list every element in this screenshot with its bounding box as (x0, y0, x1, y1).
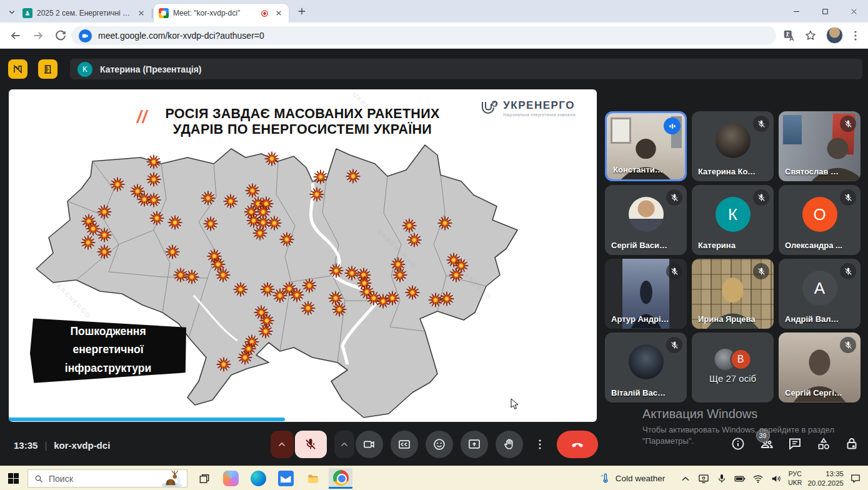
window-controls (782, 0, 868, 22)
meet-app: K Катерина (Презентація) (0, 49, 868, 466)
tab-close-icon[interactable] (136, 8, 146, 18)
hidden-icons-chevron[interactable] (679, 472, 692, 485)
reactions-button[interactable] (426, 431, 453, 458)
letter-avatar: К (716, 197, 751, 232)
weather-widget[interactable]: Cold weather (599, 472, 666, 485)
participant-name: Віталій Васил... (611, 388, 669, 398)
back-button[interactable] (9, 29, 22, 42)
participant-tile[interactable]: Святослав Се... (779, 111, 861, 181)
start-button[interactable] (8, 473, 19, 484)
chrome-icon-active[interactable] (329, 468, 352, 489)
camera-button[interactable] (356, 431, 383, 458)
meeting-code: kor-xvdp-dci (54, 440, 110, 451)
reload-button[interactable] (54, 29, 67, 42)
browser-menu-icon[interactable] (849, 29, 862, 42)
mic-muted-icon (753, 116, 769, 132)
slide-progress-bar (9, 418, 285, 421)
mic-options-chevron-button[interactable] (271, 431, 294, 458)
brand-name: УКРЕНЕРГО (503, 99, 576, 112)
mic-muted-icon (840, 116, 856, 132)
presenter-banner[interactable]: K Катерина (Презентація) (70, 59, 862, 79)
mic-muted-button[interactable] (295, 431, 327, 458)
meeting-clock: 13:35 (14, 440, 37, 451)
profile-avatar[interactable] (826, 27, 843, 44)
captions-button[interactable] (391, 431, 418, 458)
battery-icon[interactable] (734, 472, 746, 485)
participant-tile[interactable]: ККатерина (692, 185, 774, 255)
mic-muted-icon (840, 189, 856, 206)
taskbar-clock[interactable]: 13:3520.02.2025 (807, 469, 844, 488)
participant-name: Олександра ... (785, 241, 843, 250)
thermometer-icon (599, 472, 612, 485)
volume-icon[interactable] (770, 472, 782, 485)
participant-tile[interactable]: Артур Андрій... (605, 259, 687, 329)
more-options-button[interactable] (531, 431, 549, 458)
forward-button[interactable] (31, 29, 45, 42)
action-center-icon[interactable] (849, 472, 862, 485)
tab-meet[interactable]: Meet: "kor-xvdp-dci" (154, 4, 289, 22)
raise-hand-button[interactable] (496, 431, 523, 458)
photo-avatar (716, 123, 751, 158)
maximize-button[interactable] (811, 0, 839, 22)
end-call-button[interactable] (557, 431, 598, 458)
mic-muted-icon (666, 337, 682, 353)
microphone-tray-icon[interactable] (716, 472, 728, 485)
taskbar-search-input[interactable]: Поиск (27, 469, 187, 488)
address-bar[interactable]: meet.google.com/kor-xvdp-dci?authuser=0 (71, 26, 776, 45)
mic-muted-icon (753, 263, 769, 279)
wifi-icon[interactable] (752, 472, 764, 485)
new-tab-button[interactable] (296, 6, 307, 17)
participant-name: Сергій Василь... (611, 241, 669, 250)
participant-name: Сергій Сергій... (785, 388, 843, 398)
tab-classroom[interactable]: 2025 2 сем. Енергетичні систе (17, 4, 151, 22)
participant-tile[interactable]: ООлександра ... (779, 185, 861, 255)
overflow-avatars: В (714, 349, 751, 370)
file-explorer-icon[interactable] (302, 470, 324, 487)
meet-now-icon[interactable] (697, 472, 710, 485)
language-indicator[interactable]: РУСUKR (788, 470, 802, 486)
photo-avatar (629, 197, 664, 232)
speaking-indicator-icon (664, 118, 681, 134)
classroom-favicon-icon (22, 8, 32, 18)
participant-name: Катерина Кот... (698, 167, 756, 176)
translate-icon[interactable] (782, 29, 796, 42)
brand-subtitle: Національна енергетична компанія (503, 112, 576, 117)
door-button[interactable] (38, 59, 57, 79)
slide-title: РОСІЯ ЗАВДАЄ МАСОВАНИХ РАКЕТНИХ УДАРІВ П… (127, 106, 477, 138)
copilot-icon[interactable] (220, 470, 241, 487)
bookmark-star-icon[interactable] (804, 29, 817, 42)
camera-in-use-icon (79, 29, 92, 42)
participant-tile[interactable]: Сергій Василь... (605, 185, 687, 255)
close-button[interactable] (839, 0, 868, 22)
task-view-button[interactable] (194, 470, 215, 487)
url-text: meet.google.com/kor-xvdp-dci?authuser=0 (98, 31, 264, 41)
tab-search-chevron-icon[interactable] (6, 6, 17, 18)
participant-tile[interactable]: Константин З... (605, 111, 687, 181)
participant-tile[interactable]: Віталій Васил... (605, 332, 687, 402)
participant-name: Ирина Ярцева (698, 314, 756, 324)
present-screen-button[interactable] (461, 431, 488, 458)
participant-tile[interactable]: Ирина Ярцева (692, 259, 774, 329)
buildings-off-button[interactable] (8, 59, 27, 79)
participant-name: Катерина (698, 241, 756, 250)
tab-strip: 2025 2 сем. Енергетичні систе Meet: "kor… (0, 0, 868, 22)
tab-title: 2025 2 сем. Енергетичні систе (37, 9, 132, 18)
participants-grid: Константин З...Катерина Кот...Святослав … (605, 111, 861, 402)
camera-options-chevron-button[interactable] (334, 431, 354, 458)
participant-name: Артур Андрій... (611, 314, 669, 324)
participant-tile[interactable]: ВЩе 27 осіб (692, 332, 774, 402)
participant-tile[interactable]: Катерина Кот... (692, 111, 774, 181)
meet-favicon-icon (159, 8, 169, 18)
participant-tile[interactable]: AАндрій Валері... (779, 259, 861, 329)
participant-name: Ще 27 осіб (692, 373, 774, 384)
participant-tile[interactable]: Сергій Сергій... (779, 332, 861, 402)
tab-close-icon[interactable] (274, 8, 284, 18)
windows-taskbar: Поиск Cold weather РУСUKR 13:3520.02.202… (0, 466, 868, 490)
meeting-info: 13:35 | kor-xvdp-dci (14, 440, 110, 451)
participant-name: Константин З... (613, 165, 667, 174)
weather-text: Cold weather (616, 474, 666, 483)
mic-muted-icon (666, 263, 682, 279)
edge-icon[interactable] (247, 470, 269, 487)
minimize-button[interactable] (782, 0, 811, 22)
mail-icon[interactable] (275, 470, 296, 487)
